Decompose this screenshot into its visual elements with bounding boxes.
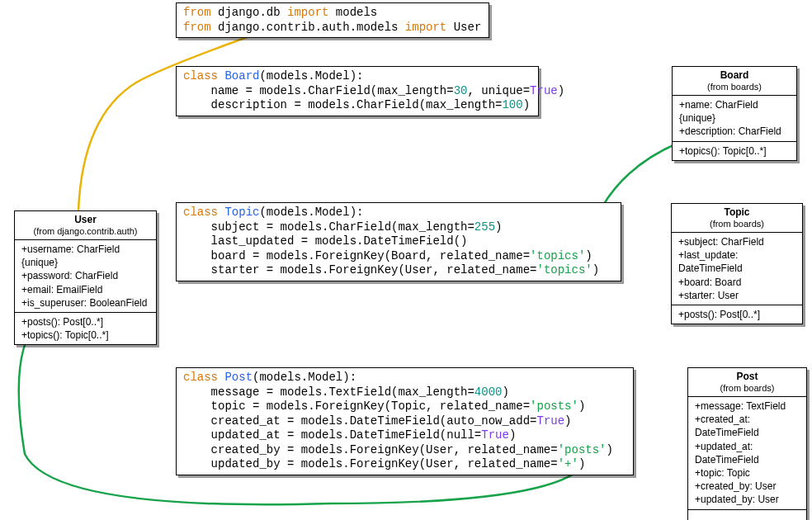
uml-board-methods: +topics(): Topic[0..*] bbox=[673, 142, 796, 160]
uml-attr: +last_update: DateTimeField bbox=[678, 248, 795, 275]
uml-method: +topics(): Topic[0..*] bbox=[679, 144, 790, 158]
uml-topic: Topic (from boards) +subject: CharField+… bbox=[671, 203, 803, 324]
uml-attr: +password: CharField bbox=[21, 269, 149, 282]
uml-attr: +name: CharField {unique} bbox=[679, 98, 790, 125]
uml-user-attrs: +username: CharField {unique}+password: … bbox=[15, 240, 156, 313]
uml-method: +topics(): Topic[0..*] bbox=[21, 329, 149, 342]
uml-post-methods bbox=[688, 510, 806, 521]
uml-attr: +description: CharField bbox=[679, 125, 790, 138]
code-board-text: class Board(models.Model): name = models… bbox=[183, 69, 564, 111]
uml-method: +posts(): Post[0..*] bbox=[678, 308, 795, 321]
uml-attr: +board: Board bbox=[678, 276, 795, 289]
code-topic: class Topic(models.Model): subject = mod… bbox=[176, 202, 621, 281]
uml-attr: +email: EmailField bbox=[21, 283, 149, 296]
uml-board: Board (from boards) +name: CharField {un… bbox=[672, 66, 797, 161]
code-post: class Post(models.Model): message = mode… bbox=[176, 367, 634, 475]
code-post-text: class Post(models.Model): message = mode… bbox=[183, 371, 613, 470]
uml-board-title: Board (from boards) bbox=[673, 67, 796, 96]
uml-topic-title: Topic (from boards) bbox=[672, 204, 802, 233]
uml-attr: +created_by: User bbox=[695, 480, 800, 493]
uml-post-attrs: +message: TextField+created_at: DateTime… bbox=[688, 397, 806, 510]
uml-post: Post (from boards) +message: TextField+c… bbox=[687, 367, 807, 520]
uml-attr: +starter: User bbox=[678, 289, 795, 302]
uml-attr: +message: TextField bbox=[695, 399, 800, 413]
uml-user-methods: +posts(): Post[0..*]+topics(): Topic[0..… bbox=[15, 313, 156, 344]
uml-user-title: User (from django.contrib.auth) bbox=[15, 211, 156, 240]
code-board: class Board(models.Model): name = models… bbox=[176, 66, 539, 116]
uml-attr: +updated_by: User bbox=[695, 493, 800, 506]
uml-attr: +topic: Topic bbox=[695, 466, 800, 480]
uml-board-attrs: +name: CharField {unique}+description: C… bbox=[673, 96, 796, 142]
uml-user: User (from django.contrib.auth) +usernam… bbox=[14, 210, 157, 345]
uml-attr: +username: CharField {unique} bbox=[21, 243, 149, 269]
uml-attr: +is_superuser: BooleanField bbox=[21, 296, 149, 310]
uml-post-title: Post (from boards) bbox=[688, 368, 806, 397]
uml-attr: +subject: CharField bbox=[678, 235, 795, 248]
uml-method: +posts(): Post[0..*] bbox=[21, 315, 149, 329]
code-imports-text: from django.db import models from django… bbox=[183, 6, 481, 34]
uml-attr: +updated_at: DateTimeField bbox=[695, 440, 800, 466]
uml-attr: +created_at: DateTimeField bbox=[695, 413, 800, 439]
uml-topic-attrs: +subject: CharField+last_update: DateTim… bbox=[672, 233, 802, 305]
uml-topic-methods: +posts(): Post[0..*] bbox=[672, 305, 802, 324]
code-topic-text: class Topic(models.Model): subject = mod… bbox=[183, 206, 599, 277]
code-imports: from django.db import models from django… bbox=[176, 2, 489, 38]
